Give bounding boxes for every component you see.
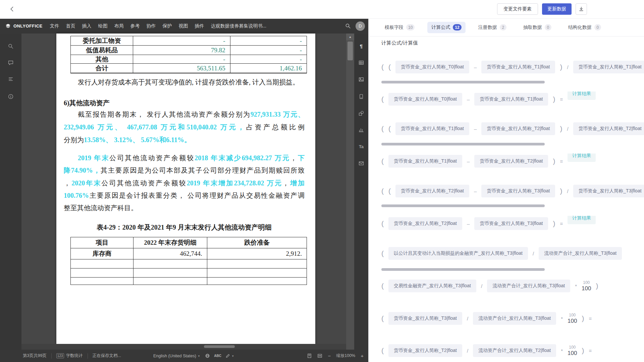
document-page[interactable]: 委托加工物资--低值易耗品79.82-其他--合计563,511.651,462… [56, 34, 315, 344]
menu-item[interactable]: 插入 [79, 18, 95, 34]
paren-token: ( [381, 249, 384, 257]
calculation-result-chip[interactable]: 计算结果 [568, 92, 596, 100]
formula-field-chip[interactable]: 货币资金_发行人简称_T0|float [388, 93, 462, 106]
menu-item[interactable]: 首页 [63, 18, 79, 34]
left-sidebar [0, 34, 21, 350]
calculation-result-chip[interactable]: 计算结果 [568, 154, 596, 162]
image-icon[interactable] [359, 77, 364, 82]
formula-field-chip[interactable]: 货币资金_发行人简称_T2|float [395, 185, 469, 197]
row-horizontal-scrollbar[interactable] [381, 81, 545, 83]
formula-field-chip[interactable]: 货币资金_发行人简称_T0|float [395, 61, 469, 73]
download-button[interactable] [576, 3, 587, 15]
calculation-result-chip[interactable]: 计算结果 [568, 216, 596, 224]
formula-field-chip[interactable]: 货币资金_发行人简称_T2|float [474, 155, 548, 168]
vertical-scrollbar[interactable]: ▲ [346, 34, 354, 350]
formula-field-chip[interactable]: 货币资金_发行人简称_T2|float [573, 122, 644, 135]
zoom-in-button[interactable]: + [361, 353, 364, 359]
horizontal-scrollbar-thumb[interactable] [204, 345, 235, 348]
formula-field-chip[interactable]: 货币资金_发行人简称_T1|float [573, 61, 644, 73]
navigation-icon[interactable] [8, 76, 14, 82]
operator-token: – [474, 126, 477, 132]
menu-item[interactable]: 视图 [175, 18, 192, 34]
formula-field-chip[interactable]: 货币资金_发行人简称_T3|float [474, 217, 548, 230]
paren-token: ( [381, 282, 384, 290]
paragraph-marks-icon[interactable]: ¶ [360, 43, 363, 49]
page-icon[interactable] [359, 94, 364, 100]
formula-field-chip[interactable]: 货币资金_发行人简称_T3|float [481, 185, 555, 197]
language-selector[interactable]: English (United States) ▾ [153, 354, 200, 358]
avatar[interactable]: D [356, 21, 365, 31]
page-indicator-label: 第3页共99页 [23, 353, 47, 359]
vertical-scrollbar-thumb[interactable] [347, 42, 353, 60]
text-segment: 6)其他流动资产 [64, 99, 110, 107]
text-art-icon[interactable]: Ta [359, 143, 364, 149]
back-button[interactable] [7, 4, 17, 14]
table-cell: 合计 [71, 64, 133, 73]
search-icon[interactable] [345, 23, 351, 29]
formula-field-chip[interactable]: 流动资产合计_发行人简称_T3|float [473, 312, 556, 325]
track-changes-button[interactable]: ▾ [225, 354, 234, 358]
about-icon[interactable] [8, 94, 14, 100]
tab-模板字段[interactable]: 模板字段10 [381, 22, 419, 33]
menu-item[interactable]: 保护 [159, 18, 175, 34]
text-segment: 表4-29：2020 年及2021 年9 月末末发行人其他流动资产明细 [97, 224, 272, 231]
table-header-cell: 2022 年末存货明细 [133, 237, 207, 248]
tab-抽取数据[interactable]: 抽取数据0 [519, 22, 555, 33]
menu-item[interactable]: 布局 [111, 18, 127, 34]
spellcheck-button[interactable]: ABC [214, 354, 221, 358]
paren-token: ( [388, 63, 391, 71]
chart-icon[interactable] [359, 127, 364, 133]
mail-merge-icon[interactable] [359, 161, 364, 166]
tab-计算公式[interactable]: 计算公式12 [427, 22, 465, 33]
formula-field-chip[interactable]: 货币资金_发行人简称_T3|float [573, 185, 644, 197]
formula-field-chip[interactable]: 流动资产合计_发行人简称_T3|float [487, 280, 570, 292]
table-row: 委托加工物资-- [71, 36, 307, 46]
zoom-level[interactable]: 缩放100% [336, 353, 355, 359]
formula-field-chip[interactable]: 货币资金_发行人简称_T1|float [474, 93, 548, 106]
formula-field-chip[interactable]: 货币资金_发行人简称_T1|float [395, 122, 469, 135]
formula-field-chip[interactable]: 货币资金_发行人简称_T1|float [481, 61, 555, 73]
fit-width-button[interactable] [317, 353, 322, 358]
formula-field-chip[interactable]: 流动资产合计_发行人简称_T2|float [473, 344, 556, 357]
menu-item[interactable]: 绘图 [95, 18, 111, 34]
formula-field-chip[interactable]: 货币资金_发行人简称_T2|float [481, 122, 555, 135]
row-horizontal-scrollbar[interactable] [381, 143, 545, 145]
formula-field-chip[interactable]: 货币资金_发行人简称_T2|float [388, 217, 462, 230]
formula-field-chip[interactable]: 货币资金_发行人简称_T3|float [388, 312, 462, 325]
row-horizontal-scrollbar[interactable] [381, 268, 545, 271]
table-icon[interactable] [359, 60, 364, 66]
formula-field-chip[interactable]: 交易性金融资产_发行人简称_T3|float [388, 280, 476, 292]
operator-token: / [467, 316, 468, 321]
tab-结构化数据[interactable]: 结构化数据0 [564, 22, 605, 33]
row-horizontal-scrollbar[interactable] [381, 204, 545, 207]
shapes-icon[interactable] [359, 111, 364, 116]
formula-field-chip[interactable]: 货币资金_发行人简称_T1|float [388, 155, 462, 168]
update-data-button[interactable]: 更新数据 [542, 3, 572, 15]
menu-item[interactable]: 参考 [127, 18, 143, 34]
paren-token: ( [381, 220, 384, 228]
table-row: 低值易耗品79.82- [71, 46, 307, 55]
fit-page-button[interactable] [307, 353, 312, 358]
comments-icon[interactable] [8, 60, 14, 66]
change-file-elements-button[interactable]: 变更文件要素 [497, 3, 538, 15]
table-row [71, 268, 307, 278]
formula-field-chip[interactable]: 流动资产合计_发行人简称_T3|float [539, 247, 622, 260]
formula-field-chip[interactable]: 以公计且其变动计入当期损益的金融资产_发行人简称_T3|float [388, 247, 528, 260]
word-count[interactable]: 123 字数统计 [56, 353, 83, 359]
doc-text-line: ，2020年末公司其他流动资产余额较2019 年末增加234,728.02 万元… [64, 178, 305, 188]
horizontal-scrollbar[interactable] [21, 344, 346, 350]
search-icon[interactable] [8, 44, 14, 49]
document-language-button[interactable] [205, 353, 210, 358]
zoom-out-button[interactable]: − [328, 353, 331, 359]
menu-item[interactable]: 文件 [47, 18, 63, 34]
page-indicator[interactable]: 第3页共99页 [23, 353, 47, 359]
formula-field-chip[interactable]: 货币资金_发行人简称_T2|float [388, 344, 462, 357]
menu-item[interactable]: 协作 [143, 18, 159, 34]
constant-value: 100100 [568, 345, 577, 357]
download-icon [579, 6, 584, 12]
paren-token: ) [560, 63, 562, 71]
menu-item-plugin-doc[interactable]: 达观数据债券募集说明书... [208, 18, 270, 34]
scroll-up-icon[interactable]: ▲ [346, 34, 354, 40]
tab-注册数据[interactable]: 注册数据2 [474, 22, 511, 33]
menu-item[interactable]: 插件 [192, 18, 208, 34]
